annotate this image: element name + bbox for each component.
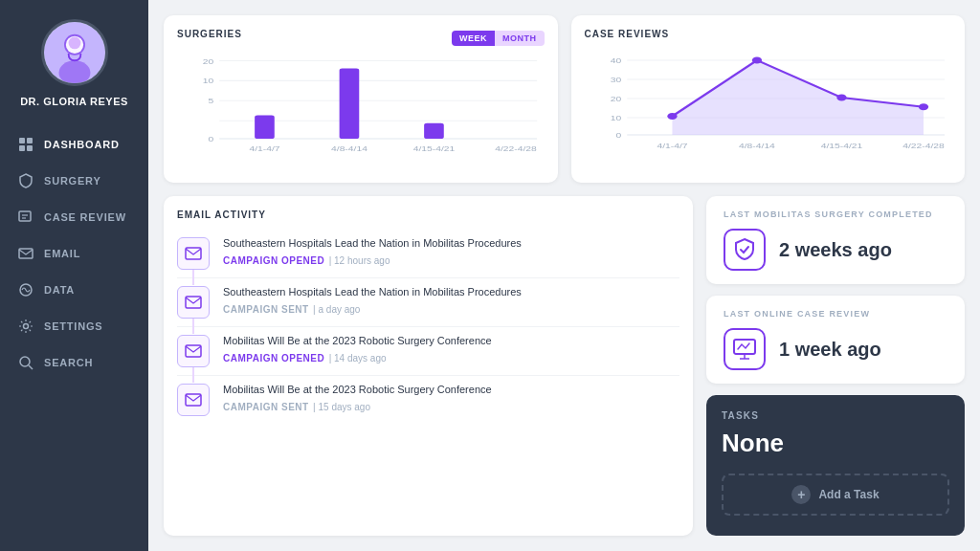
sidebar-item-case-review[interactable]: CASE REVIEW [0,199,148,235]
svg-point-47 [918,103,927,110]
svg-text:0: 0 [615,132,621,140]
svg-line-16 [29,365,33,369]
tasks-empty-label: None [722,429,949,458]
shield-check-icon-box [724,229,766,271]
sidebar-item-email[interactable]: EMAIL [0,235,148,272]
main-content: SURGERIES WEEK MONTH 20 10 5 [148,0,980,551]
case-reviews-chart-card: CASE REVIEWS 40 30 20 10 0 [571,15,966,183]
svg-text:4/1-4/7: 4/1-4/7 [249,144,279,152]
svg-rect-53 [186,297,201,308]
sidebar-item-dashboard[interactable]: DASHBOARD [0,126,148,163]
last-surgery-card: LAST MOBILITAS SURGERY COMPLETED 2 weeks… [706,196,965,284]
svg-rect-54 [186,345,201,357]
svg-point-46 [836,95,846,101]
svg-rect-26 [255,116,275,139]
settings-nav-icon [17,318,34,335]
week-toggle-button[interactable]: WEEK [452,31,495,46]
last-case-review-card: LAST ONLINE CASE REVIEW 1 week ago [706,296,965,384]
email-text-3: Mobilitas Will Be at the 2023 Robotic Su… [223,384,492,414]
monitor-icon-box [724,328,766,370]
svg-rect-5 [19,138,25,143]
tasks-card: TASKS None + Add a Task [706,395,965,536]
week-month-toggle[interactable]: WEEK MONTH [452,31,545,46]
last-surgery-label: LAST MOBILITAS SURGERY COMPLETED [724,209,947,219]
sidebar-item-settings[interactable]: SETTINGS [0,308,148,344]
email-icon-3 [177,384,210,416]
sidebar-item-surgery[interactable]: SURGERY [0,163,148,199]
email-activity-title: EMAIL ACTIVITY [177,209,679,220]
svg-text:5: 5 [209,98,214,105]
svg-text:0: 0 [209,136,214,143]
last-case-review-content: 1 week ago [724,328,947,370]
email-icon-2 [177,335,210,367]
svg-text:4/8-4/14: 4/8-4/14 [331,144,368,152]
bottom-row: EMAIL ACTIVITY Southeastern Hospitals Le… [164,196,965,536]
svg-rect-7 [19,145,25,151]
svg-rect-27 [340,69,360,139]
sidebar-item-search[interactable]: SEARCH [0,344,148,381]
svg-rect-55 [186,394,201,406]
svg-text:10: 10 [203,77,214,85]
svg-text:30: 30 [610,77,621,84]
add-task-button[interactable]: + Add a Task [722,474,949,516]
svg-rect-9 [19,211,31,221]
svg-point-2 [58,60,90,85]
svg-point-45 [751,57,761,64]
svg-text:4/15-4/21: 4/15-4/21 [820,143,862,150]
svg-text:40: 40 [610,57,621,65]
email-icon-0 [177,237,210,270]
svg-text:4/15-4/21: 4/15-4/21 [413,144,456,152]
svg-rect-28 [424,123,444,139]
email-text-0: Southeastern Hospitals Lead the Nation i… [223,237,522,268]
svg-text:20: 20 [203,57,214,65]
email-item-2: Mobilitas Will Be at the 2023 Robotic Su… [177,327,679,376]
svg-point-44 [667,113,677,120]
email-text-1: Southeastern Hospitals Lead the Nation i… [223,286,522,317]
avatar [41,19,108,86]
last-case-review-value: 1 week ago [779,339,881,361]
data-nav-icon [17,281,34,298]
svg-rect-8 [27,145,33,151]
svg-text:4/8-4/14: 4/8-4/14 [739,143,775,150]
svg-rect-52 [186,248,201,259]
svg-text:4/1-4/7: 4/1-4/7 [657,143,687,150]
last-surgery-content: 2 weeks ago [724,229,947,271]
surgeries-bar-chart: 20 10 5 0 4/1-4/7 4/8-4/14 4/15-4/21 4/2… [177,51,545,161]
plus-icon: + [791,485,811,504]
surgeries-chart-card: SURGERIES WEEK MONTH 20 10 5 [164,15,558,183]
case-review-nav-icon [17,209,34,226]
svg-marker-43 [672,60,924,135]
last-surgery-value: 2 weeks ago [779,239,892,261]
right-panel: LAST MOBILITAS SURGERY COMPLETED 2 weeks… [706,196,965,536]
svg-point-15 [20,357,30,366]
svg-point-14 [24,324,29,329]
email-item-3: Mobilitas Will Be at the 2023 Robotic Su… [177,376,679,424]
svg-text:10: 10 [610,115,621,122]
svg-rect-6 [27,138,33,143]
email-item-1: Southeastern Hospitals Lead the Nation i… [177,278,679,327]
case-reviews-chart-title: CASE REVIEWS [585,29,670,39]
svg-text:4/22-4/28: 4/22-4/28 [495,144,537,152]
email-text-2: Mobilitas Will Be at the 2023 Robotic Su… [223,335,492,365]
tasks-title: TASKS [722,410,949,421]
search-nav-icon [17,354,34,371]
case-reviews-line-chart: 40 30 20 10 0 [585,51,952,161]
surgeries-chart-title: SURGERIES [177,29,242,39]
sidebar: DR. GLORIA REYES DASHBOARD SURGERY [0,0,148,551]
svg-text:4/22-4/28: 4/22-4/28 [902,143,945,150]
shield-nav-icon [17,172,34,189]
email-item-0: Southeastern Hospitals Lead the Nation i… [177,230,679,278]
svg-text:20: 20 [610,96,621,103]
dashboard-icon [17,136,34,153]
charts-row: SURGERIES WEEK MONTH 20 10 5 [164,15,965,183]
svg-rect-12 [19,249,33,258]
month-toggle-button[interactable]: MONTH [495,31,545,46]
email-nav-icon [17,245,34,262]
email-icon-1 [177,286,210,319]
svg-point-4 [68,37,80,50]
sidebar-item-data[interactable]: DATA [0,272,148,308]
last-case-review-label: LAST ONLINE CASE REVIEW [724,309,947,319]
doctor-name: DR. GLORIA REYES [20,96,128,107]
email-activity-card: EMAIL ACTIVITY Southeastern Hospitals Le… [164,196,693,536]
